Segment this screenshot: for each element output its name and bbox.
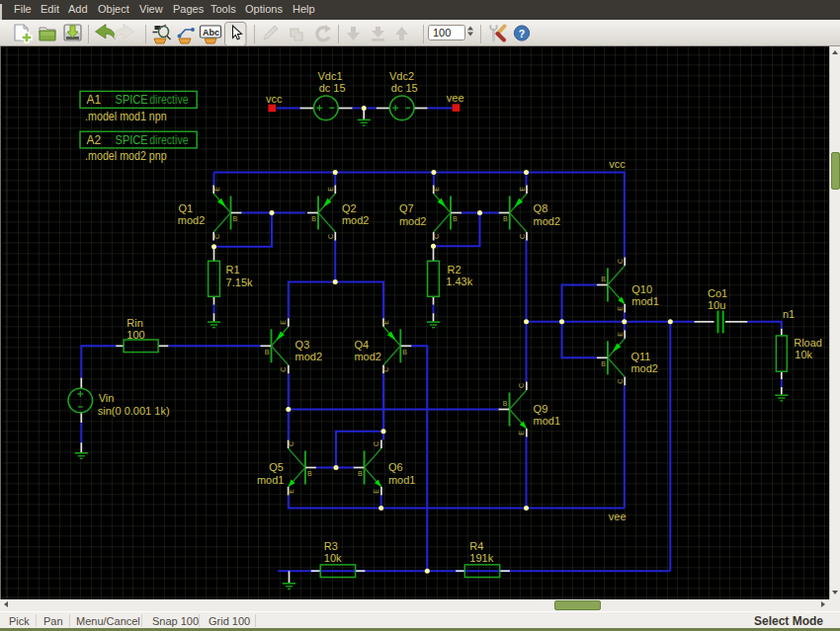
svg-text:B: B (601, 276, 606, 282)
svg-text:mod2: mod2 (354, 351, 381, 362)
svg-text:Q6: Q6 (388, 461, 403, 473)
svg-text:10u: 10u (708, 299, 725, 311)
svg-text:mod2: mod2 (178, 214, 206, 226)
svg-text:B: B (503, 215, 508, 222)
svg-text:Q4: Q4 (354, 339, 369, 351)
svg-text:SPICE: SPICE (116, 133, 148, 147)
svg-text:E: E (617, 332, 624, 337)
svg-text:.model mod1 npn: .model mod1 npn (85, 110, 167, 123)
svg-text:Vdc1: Vdc1 (318, 70, 343, 82)
svg-text:C: C (288, 441, 294, 446)
svg-text:mod2: mod2 (399, 215, 427, 227)
svg-text:B: B (307, 470, 312, 477)
svg-text:dc 15: dc 15 (391, 82, 418, 94)
svg-text:B: B (311, 215, 316, 222)
svg-text:A2: A2 (86, 133, 101, 147)
svg-text:directive: directive (149, 93, 189, 107)
svg-text:Q10: Q10 (631, 283, 652, 295)
svg-text:E: E (518, 431, 525, 435)
svg-text:R3: R3 (324, 540, 338, 552)
svg-text:SPICE: SPICE (116, 93, 148, 107)
svg-text:Q3: Q3 (295, 339, 310, 351)
svg-text:directive: directive (149, 133, 189, 147)
svg-text:mod2: mod2 (295, 351, 323, 362)
svg-text:mod2: mod2 (342, 214, 370, 226)
svg-text:Rin: Rin (126, 317, 143, 329)
svg-text:vee: vee (609, 511, 627, 522)
svg-text:E: E (519, 187, 526, 192)
svg-text:B: B (265, 349, 270, 355)
svg-text:mod1: mod1 (257, 474, 285, 486)
svg-text:Q2: Q2 (342, 202, 357, 214)
svg-text:Q7: Q7 (399, 202, 414, 214)
svg-text:R2: R2 (448, 264, 462, 276)
svg-text:A1: A1 (86, 93, 101, 107)
svg-text:n1: n1 (783, 308, 795, 320)
svg-text:191k: 191k (469, 552, 493, 564)
svg-text:Q5: Q5 (269, 461, 284, 473)
svg-text:R4: R4 (469, 540, 483, 552)
svg-text:mod1: mod1 (388, 474, 416, 486)
svg-text:dc 15: dc 15 (319, 82, 346, 94)
svg-text:Q8: Q8 (534, 202, 548, 214)
svg-text:C: C (519, 234, 526, 239)
svg-text:C: C (373, 441, 379, 446)
svg-text:Rload: Rload (794, 337, 822, 349)
svg-text:10k: 10k (795, 349, 812, 360)
svg-text:vcc: vcc (609, 158, 626, 170)
svg-text:C: C (383, 367, 390, 372)
svg-text:Vin: Vin (99, 392, 115, 404)
svg-text:10k: 10k (324, 552, 342, 564)
svg-text:E: E (288, 489, 294, 494)
svg-text:mod2: mod2 (534, 215, 561, 227)
svg-text:B: B (402, 349, 407, 355)
svg-text:mod1: mod1 (534, 415, 561, 427)
svg-text:C: C (327, 234, 334, 239)
svg-text:mod1: mod1 (631, 295, 659, 307)
svg-text:C: C (433, 234, 440, 239)
svg-text:C: C (518, 383, 525, 388)
svg-text:C: C (617, 379, 624, 384)
svg-text:vee: vee (447, 92, 464, 104)
svg-text:.model mod2 pnp: .model mod2 pnp (85, 149, 167, 163)
svg-text:Co1: Co1 (708, 287, 727, 299)
svg-text:E: E (373, 489, 379, 494)
svg-text:B: B (503, 400, 508, 407)
svg-text:Abc: Abc (203, 28, 219, 38)
svg-text:vcc: vcc (266, 93, 283, 105)
svg-text:E: E (383, 320, 390, 325)
svg-text:7.15k: 7.15k (226, 276, 253, 288)
svg-text:E: E (433, 187, 440, 192)
svg-text:E: E (213, 187, 220, 192)
svg-text:B: B (358, 470, 363, 477)
svg-text:Q9: Q9 (534, 403, 548, 415)
svg-text:Q1: Q1 (179, 202, 194, 214)
svg-text:Vdc2: Vdc2 (389, 70, 414, 82)
svg-text:C: C (617, 259, 624, 264)
svg-text:E: E (280, 320, 287, 325)
svg-text:100: 100 (433, 27, 451, 39)
svg-text:1.43k: 1.43k (446, 276, 472, 287)
svg-text:R1: R1 (226, 264, 240, 276)
svg-text:B: B (453, 215, 458, 222)
svg-text:C: C (213, 234, 220, 239)
svg-text:C: C (280, 367, 287, 372)
svg-text:100: 100 (126, 329, 144, 341)
svg-text:?: ? (519, 28, 525, 39)
svg-text:Q11: Q11 (630, 351, 650, 362)
svg-text:B: B (233, 215, 238, 222)
svg-text:mod2: mod2 (630, 362, 658, 374)
svg-text:B: B (601, 360, 606, 367)
svg-text:sin(0 0.001 1k): sin(0 0.001 1k) (98, 405, 170, 417)
svg-text:E: E (617, 306, 624, 311)
svg-text:E: E (327, 187, 334, 192)
